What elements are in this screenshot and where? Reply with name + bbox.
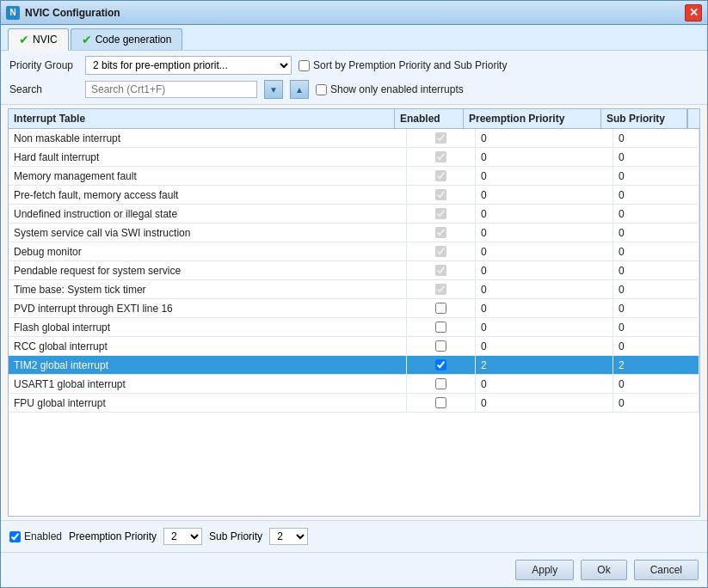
table-row[interactable]: TIM2 global interrupt22 <box>9 356 699 375</box>
toolbar: Priority Group 2 bits for pre-emption pr… <box>1 51 707 105</box>
enabled-checkbox[interactable] <box>435 132 446 144</box>
cell-interrupt-name: Flash global interrupt <box>9 318 407 336</box>
cell-sub-priority: 0 <box>613 224 699 242</box>
cell-sub-priority: 0 <box>613 148 699 166</box>
table-row[interactable]: USART1 global interrupt00 <box>9 375 699 394</box>
enabled-checkbox[interactable] <box>435 340 446 352</box>
search-row: Search ▼ ▲ Show only enabled interrupts <box>9 80 699 99</box>
enabled-checkbox[interactable] <box>435 397 446 408</box>
header-interrupt-table: Interrupt Table <box>9 109 395 128</box>
cell-enabled[interactable] <box>407 394 476 412</box>
ok-button[interactable]: Ok <box>581 560 626 580</box>
enabled-checkbox[interactable] <box>435 151 446 162</box>
table-row[interactable]: Undefined instruction or illegal state00 <box>9 205 699 224</box>
bottom-enabled-label[interactable]: Enabled <box>9 530 62 542</box>
table-scroll-container: Non maskable interrupt00Hard fault inter… <box>9 129 699 516</box>
cell-interrupt-name: System service call via SWI instruction <box>9 224 407 242</box>
cell-sub-priority: 0 <box>613 186 699 204</box>
enabled-checkbox[interactable] <box>435 265 446 276</box>
sort-checkbox-label[interactable]: Sort by Premption Priority and Sub Prior… <box>299 59 507 71</box>
sort-checkbox[interactable] <box>299 60 310 71</box>
cell-interrupt-name: Debug monitor <box>9 242 407 260</box>
cell-enabled[interactable] <box>407 280 476 298</box>
cell-preemption: 0 <box>476 337 613 355</box>
nav-down-button[interactable]: ▼ <box>264 80 283 99</box>
sort-label-text: Sort by Premption Priority and Sub Prior… <box>313 59 507 71</box>
cell-enabled[interactable] <box>407 318 476 336</box>
header-enabled: Enabled <box>395 109 464 128</box>
titlebar-left: N NVIC Configuration <box>6 6 120 20</box>
tab-codegen-label: Code generation <box>95 34 172 46</box>
cell-sub-priority: 0 <box>613 205 699 223</box>
header-sub-priority: Sub Priority <box>601 109 687 128</box>
cell-enabled[interactable] <box>407 299 476 317</box>
cell-preemption: 0 <box>476 375 613 393</box>
cell-interrupt-name: Undefined instruction or illegal state <box>9 205 407 223</box>
enabled-checkbox[interactable] <box>435 284 446 295</box>
enabled-checkbox[interactable] <box>435 227 446 238</box>
enabled-checkbox[interactable] <box>435 170 446 181</box>
priority-group-dropdown[interactable]: 2 bits for pre-emption priorit... 1 bit … <box>85 56 292 75</box>
sub-priority-select[interactable]: 2 0 1 3 <box>269 528 308 545</box>
enabled-checkbox[interactable] <box>435 359 446 371</box>
enabled-checkbox[interactable] <box>435 208 446 219</box>
cell-sub-priority: 0 <box>613 394 699 412</box>
enabled-checkbox[interactable] <box>435 303 446 314</box>
cell-preemption: 0 <box>476 148 613 166</box>
preemption-priority-select[interactable]: 2 0 1 3 <box>163 528 202 545</box>
cell-enabled[interactable] <box>407 356 476 374</box>
cell-preemption: 0 <box>476 224 613 242</box>
table-row[interactable]: Pendable request for system service00 <box>9 261 699 280</box>
table-row[interactable]: Time base: System tick timer00 <box>9 280 699 299</box>
cell-enabled[interactable] <box>407 242 476 260</box>
app-icon: N <box>6 6 20 20</box>
table-row[interactable]: Hard fault interrupt00 <box>9 148 699 167</box>
nav-up-button[interactable]: ▲ <box>290 80 309 99</box>
cell-sub-priority: 0 <box>613 129 699 147</box>
cell-enabled[interactable] <box>407 261 476 279</box>
enabled-checkbox[interactable] <box>435 246 446 257</box>
table-row[interactable]: PVD interrupt through EXTI line 1600 <box>9 299 699 318</box>
table-row[interactable]: System service call via SWI instruction0… <box>9 224 699 242</box>
cell-enabled[interactable] <box>407 167 476 185</box>
enabled-checkbox[interactable] <box>435 378 446 389</box>
cell-preemption: 0 <box>476 280 613 298</box>
interrupt-table-container: Interrupt Table Enabled Preemption Prior… <box>8 108 700 517</box>
enabled-checkbox[interactable] <box>435 322 446 333</box>
footer-buttons: Apply Ok Cancel <box>1 552 707 587</box>
codegen-check-icon: ✔ <box>82 33 92 46</box>
cancel-button[interactable]: Cancel <box>634 560 699 580</box>
close-button[interactable]: ✕ <box>685 4 702 21</box>
show-enabled-checkbox[interactable] <box>316 84 327 95</box>
cell-enabled[interactable] <box>407 337 476 355</box>
table-row[interactable]: Debug monitor00 <box>9 242 699 261</box>
cell-sub-priority: 0 <box>613 318 699 336</box>
cell-enabled[interactable] <box>407 148 476 166</box>
show-enabled-label[interactable]: Show only enabled interrupts <box>316 83 464 95</box>
cell-preemption: 0 <box>476 261 613 279</box>
cell-preemption: 0 <box>476 299 613 317</box>
cell-enabled[interactable] <box>407 224 476 242</box>
enabled-checkbox[interactable] <box>435 189 446 200</box>
cell-enabled[interactable] <box>407 375 476 393</box>
table-row[interactable]: Non maskable interrupt00 <box>9 129 699 148</box>
cell-sub-priority: 2 <box>613 356 699 374</box>
tab-codegen[interactable]: ✔ Code generation <box>71 28 183 50</box>
table-row[interactable]: Pre-fetch fault, memory access fault00 <box>9 186 699 205</box>
table-row[interactable]: FPU global interrupt00 <box>9 394 699 413</box>
tab-nvic[interactable]: ✔ NVIC <box>8 28 69 51</box>
cell-interrupt-name: RCC global interrupt <box>9 337 407 355</box>
cell-sub-priority: 0 <box>613 337 699 355</box>
priority-group-label: Priority Group <box>9 59 78 71</box>
cell-enabled[interactable] <box>407 129 476 147</box>
cell-enabled[interactable] <box>407 186 476 204</box>
cell-preemption: 0 <box>476 394 613 412</box>
apply-button[interactable]: Apply <box>515 560 574 580</box>
bottom-enabled-checkbox[interactable] <box>9 531 21 542</box>
cell-enabled[interactable] <box>407 205 476 223</box>
cell-sub-priority: 0 <box>613 280 699 298</box>
search-input[interactable] <box>85 81 257 98</box>
table-row[interactable]: Memory management fault00 <box>9 167 699 186</box>
table-row[interactable]: Flash global interrupt00 <box>9 318 699 337</box>
table-row[interactable]: RCC global interrupt00 <box>9 337 699 356</box>
